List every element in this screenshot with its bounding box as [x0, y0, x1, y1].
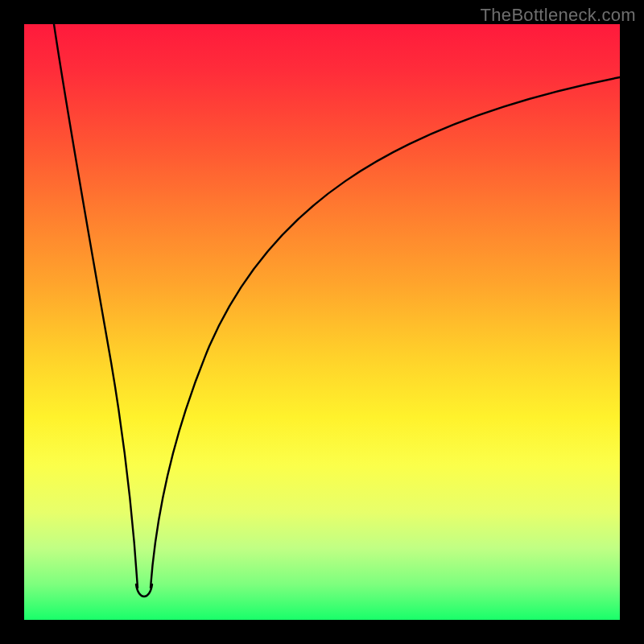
chart-frame: TheBottleneck.com — [0, 0, 644, 644]
curve-right-branch — [151, 77, 620, 588]
bottleneck-curve — [24, 24, 620, 620]
curve-left-branch — [54, 24, 138, 588]
attribution-label: TheBottleneck.com — [481, 5, 636, 26]
